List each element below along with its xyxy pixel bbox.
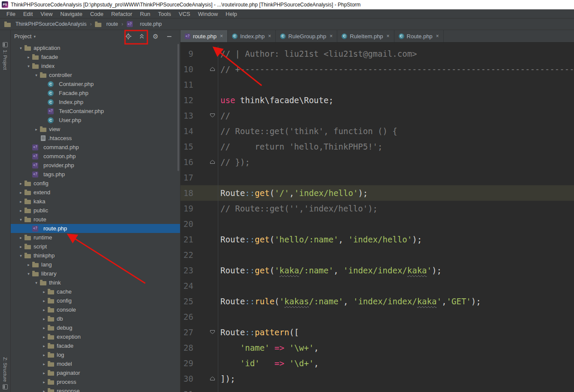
tree-item-route-php[interactable]: <?route.php (11, 224, 180, 233)
tree-item-config[interactable]: ▸config (11, 296, 180, 305)
code-line-20[interactable]: 20 (180, 216, 574, 232)
tab-close-icon[interactable]: × (268, 33, 271, 39)
menu-item-file[interactable]: File (3, 9, 19, 18)
editor-code[interactable]: 9// | Author: liu21st <liu21st@gmail.com… (180, 43, 574, 392)
tree-collapsed-arrow-icon[interactable]: ▸ (18, 245, 23, 249)
code-line-29[interactable]: 29 'id' => '\d+', (180, 355, 574, 371)
editor-tab-route-php[interactable]: <?route.php× (180, 30, 228, 42)
editor-tab-ruleitem-php[interactable]: CRuleItem.php× (337, 30, 394, 42)
tree-collapsed-arrow-icon[interactable]: ▸ (42, 290, 46, 294)
hide-icon[interactable] (165, 33, 173, 40)
tree-collapsed-arrow-icon[interactable]: ▸ (42, 353, 46, 357)
tree-collapsed-arrow-icon[interactable]: ▸ (42, 317, 46, 321)
menu-item-help[interactable]: Help (222, 9, 241, 18)
structure-toolwindow-icon[interactable] (3, 384, 8, 389)
toolwindow-button-structure[interactable]: Z: Structure (3, 357, 8, 382)
menu-item-view[interactable]: View (37, 9, 56, 18)
tab-close-icon[interactable]: × (436, 33, 439, 39)
project-panel-title-dropdown[interactable]: Project ▾ (14, 33, 36, 40)
menu-item-code[interactable]: Code (86, 9, 107, 18)
tree-item-extend[interactable]: ▸extend (11, 188, 180, 197)
code-line-24[interactable]: 24 (180, 278, 574, 294)
tree-expanded-arrow-icon[interactable]: ▾ (34, 281, 39, 285)
menu-item-navigate[interactable]: Navigate (56, 9, 86, 18)
tree-collapsed-arrow-icon[interactable]: ▸ (42, 335, 46, 339)
tree-collapsed-arrow-icon[interactable]: ▸ (34, 127, 39, 132)
tree-collapsed-arrow-icon[interactable]: ▸ (42, 326, 46, 330)
tree-item-facade-php[interactable]: CFacade.php (11, 89, 180, 98)
editor-tab-rulegroup-php[interactable]: CRuleGroup.php× (276, 30, 337, 42)
tree-item-cache[interactable]: ▸cache (11, 287, 180, 296)
tree-item-provider-php[interactable]: <?provider.php (11, 161, 180, 170)
tree-collapsed-arrow-icon[interactable]: ▸ (18, 199, 23, 204)
tree-expanded-arrow-icon[interactable]: ▾ (18, 217, 23, 222)
tree-item-paginator[interactable]: ▸paginator (11, 368, 180, 377)
tree-collapsed-arrow-icon[interactable]: ▸ (42, 389, 46, 392)
tree-item-model[interactable]: ▸model (11, 359, 180, 368)
menu-item-run[interactable]: Run (136, 9, 154, 18)
code-line-15[interactable]: 15// return 'hello,ThinkPHP5!'; (180, 139, 574, 154)
tree-item-facade[interactable]: ▸facade (11, 341, 180, 350)
tree-item-testcontainer-php[interactable]: <?TestContainer.php (11, 107, 180, 116)
tree-item-controller[interactable]: ▾controller (11, 70, 180, 80)
tree-collapsed-arrow-icon[interactable]: ▸ (42, 362, 46, 366)
code-line-27[interactable]: 27Route::pattern([ (180, 325, 574, 340)
menu-item-tools[interactable]: Tools (154, 9, 175, 18)
breadcrumb-route-php[interactable]: <?route.php (126, 21, 163, 27)
fold-marker-down-icon[interactable] (193, 108, 218, 123)
editor-tab-route-php[interactable]: CRoute.php× (394, 30, 444, 42)
tree-expanded-arrow-icon[interactable]: ▾ (18, 254, 23, 258)
tree-item-common-php[interactable]: <?common.php (11, 152, 180, 161)
tree-item-runtime[interactable]: ▸runtime (11, 233, 180, 242)
code-line-28[interactable]: 28 'name' => '\w+', (180, 340, 574, 355)
menu-item-window[interactable]: Window (194, 9, 222, 18)
code-line-21[interactable]: 21Route::get('hello/:name', 'index/hello… (180, 232, 574, 247)
code-line-25[interactable]: 25Route::rule('kakas/:name', 'index/inde… (180, 294, 574, 309)
fold-marker-down-icon[interactable] (193, 325, 218, 340)
tree-item-facade[interactable]: ▸facade (11, 52, 180, 61)
tree-collapsed-arrow-icon[interactable]: ▸ (18, 181, 23, 186)
fold-marker-up-icon[interactable] (193, 61, 218, 77)
tree-item-response[interactable]: ▸response (11, 386, 180, 392)
tree-item-command-php[interactable]: <?command.php (11, 143, 180, 152)
tree-collapsed-arrow-icon[interactable]: ▸ (42, 299, 46, 303)
tree-item-application[interactable]: ▾application (11, 43, 180, 52)
breadcrumb-route[interactable]: route (94, 21, 119, 27)
code-line-11[interactable]: 11 (180, 77, 574, 92)
code-line-12[interactable]: 12use think\facade\Route; (180, 92, 574, 108)
tree-item-db[interactable]: ▸db (11, 314, 180, 323)
tree-item-thinkphp[interactable]: ▾thinkphp (11, 251, 180, 260)
code-line-31[interactable]: 31 (180, 386, 574, 392)
tree-item-debug[interactable]: ▸debug (11, 323, 180, 332)
tree-item-index[interactable]: ▾index (11, 61, 180, 70)
tree-item-kaka[interactable]: ▸kaka (11, 197, 180, 206)
tab-close-icon[interactable]: × (330, 33, 333, 39)
tree-collapsed-arrow-icon[interactable]: ▸ (42, 371, 46, 375)
tree-item-script[interactable]: ▸script (11, 242, 180, 251)
menu-item-vcs[interactable]: VCS (175, 9, 194, 18)
fold-marker-up-icon[interactable] (193, 154, 218, 170)
fold-marker-up-icon[interactable] (193, 371, 218, 386)
collapse-all-icon[interactable] (138, 33, 146, 40)
code-line-17[interactable]: 17 (180, 170, 574, 185)
menu-item-edit[interactable]: Edit (19, 9, 37, 18)
code-line-14[interactable]: 14// Route::get('think', function () { (180, 123, 574, 139)
tab-close-icon[interactable]: × (220, 33, 223, 39)
project-tree-scrollbar[interactable] (177, 44, 179, 171)
code-line-22[interactable]: 22 (180, 247, 574, 263)
code-line-13[interactable]: 13// (180, 108, 574, 123)
tree-collapsed-arrow-icon[interactable]: ▸ (18, 190, 23, 195)
tree-item-tags-php[interactable]: <?tags.php (11, 170, 180, 179)
tree-collapsed-arrow-icon[interactable]: ▸ (26, 263, 31, 267)
tree-collapsed-arrow-icon[interactable]: ▸ (26, 55, 31, 59)
code-line-9[interactable]: 9// | Author: liu21st <liu21st@gmail.com… (180, 46, 574, 61)
tree-item-process[interactable]: ▸process (11, 377, 180, 386)
editor-tab-index-php[interactable]: CIndex.php× (228, 30, 276, 42)
tree-expanded-arrow-icon[interactable]: ▾ (26, 272, 31, 276)
tree-collapsed-arrow-icon[interactable]: ▸ (42, 308, 46, 312)
settings-icon[interactable]: ⚙ (152, 33, 159, 40)
tab-close-icon[interactable]: × (387, 33, 390, 39)
tree-item-user-php[interactable]: CUser.php (11, 116, 180, 125)
tree-item-config[interactable]: ▸config (11, 179, 180, 188)
tree-item-container-php[interactable]: CContainer.php (11, 80, 180, 89)
